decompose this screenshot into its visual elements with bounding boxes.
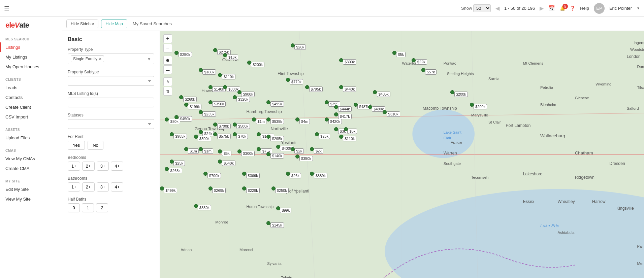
sidebar-item-contacts[interactable]: Contacts — [0, 93, 62, 102]
bath-btn-1[interactable]: 1+ — [68, 182, 80, 192]
svg-text:Sarnia: Sarnia — [488, 77, 500, 81]
svg-text:Marysville: Marysville — [471, 113, 488, 117]
property-type-label: Property Type — [68, 47, 154, 52]
statuses-label: Statuses — [68, 113, 154, 117]
mls-listing-input[interactable] — [68, 98, 154, 107]
sidebar-item-upload-files[interactable]: Upload Files — [0, 133, 62, 143]
sidebar-item-my-listings[interactable]: My Listings — [0, 52, 62, 62]
svg-text:Howell: Howell — [201, 89, 214, 93]
show-count-select[interactable]: 5025100 — [473, 4, 491, 12]
sidebar-item-my-open-houses[interactable]: My Open Houses — [0, 62, 62, 72]
property-type-dropdown-arrow[interactable]: ▼ — [147, 57, 151, 62]
statuses-select[interactable] — [68, 119, 154, 129]
sidebar-item-create-client[interactable]: Create Client — [0, 102, 62, 112]
pagination-info: 1 - 50 of 20,196 — [504, 6, 535, 11]
hide-sidebar-button[interactable]: Hide Sidebar — [66, 20, 98, 28]
sidebar: eleVate MLS SEARCH Listings My Listings … — [0, 17, 62, 278]
user-name[interactable]: Eric Pointer — [609, 6, 632, 11]
svg-text:Blenheim: Blenheim — [540, 103, 556, 107]
my-site-section-label: MY SITE — [0, 175, 62, 184]
svg-text:Essex: Essex — [523, 199, 535, 204]
svg-text:Ingersoll: Ingersoll — [634, 41, 644, 45]
svg-text:Salford: Salford — [627, 106, 639, 110]
svg-text:Tilsonburg: Tilsonburg — [637, 85, 644, 90]
content-area: Hide Sidebar Hide Map My Saved Searches … — [62, 17, 644, 278]
sidebar-item-csv-import[interactable]: CSV Import — [0, 112, 62, 122]
sidebar-item-listings[interactable]: Listings — [0, 42, 62, 52]
svg-text:Tecumseh: Tecumseh — [471, 175, 488, 179]
svg-text:Dorchester: Dorchester — [637, 65, 644, 69]
svg-text:Waterford: Waterford — [402, 61, 419, 65]
avatar[interactable]: EP — [594, 3, 605, 14]
sidebar-item-leads[interactable]: Leads — [0, 83, 62, 93]
svg-text:Adrian: Adrian — [181, 248, 192, 252]
rectangle-tool-button[interactable]: ▬ — [163, 65, 172, 74]
svg-text:Southgate: Southgate — [444, 162, 461, 166]
cmas-section-label: CMAS — [0, 145, 62, 154]
for-rent-no-btn[interactable]: No — [88, 141, 103, 150]
bed-btn-1[interactable]: 1+ — [68, 162, 80, 171]
svg-text:St Clair: St Clair — [488, 120, 501, 124]
topbar-right: Show 5025100 ◀ 1 - 50 of 20,196 ▶ 📅 🔔 5 … — [461, 3, 640, 14]
bed-btn-4[interactable]: 4+ — [111, 162, 123, 171]
svg-text:Flint Township: Flint Township — [278, 71, 304, 76]
sidebar-item-edit-my-site[interactable]: Edit My Site — [0, 184, 62, 194]
svg-text:Morenci: Morenci — [239, 248, 253, 252]
svg-text:Northville: Northville — [270, 127, 288, 131]
delete-shape-button[interactable]: 🗑 — [163, 87, 172, 96]
svg-text:Sterling Heights: Sterling Heights — [447, 72, 474, 76]
svg-text:Wheatley: Wheatley — [557, 199, 575, 204]
for-rent-group: For Rent Yes No — [68, 134, 154, 150]
mls-listing-label: MLS Listing Id(s) — [68, 91, 154, 96]
half-baths-label: Half Baths — [68, 197, 154, 202]
property-subtype-label: Property Subtype — [68, 70, 154, 74]
svg-text:Chatham: Chatham — [575, 150, 593, 155]
calendar-icon[interactable]: 📅 — [548, 5, 555, 11]
zoom-in-button[interactable]: + — [163, 34, 172, 43]
notification-bell[interactable]: 🔔 5 — [560, 6, 565, 11]
hamburger-icon[interactable]: ☰ — [4, 5, 9, 12]
sidebar-item-view-my-cmas[interactable]: View My CMAs — [0, 154, 62, 164]
half-baths-row: 0 1 2 — [68, 203, 154, 212]
svg-text:Kingsville: Kingsville — [616, 206, 634, 211]
svg-text:Monroe: Monroe — [215, 220, 228, 224]
half-bath-btn-1[interactable]: 1 — [82, 203, 94, 212]
help-label[interactable]: Help — [580, 6, 589, 11]
svg-text:Ridgetown: Ridgetown — [575, 175, 594, 180]
svg-text:Painesville: Painesville — [637, 244, 644, 248]
main-layout: eleVate MLS SEARCH Listings My Listings … — [0, 17, 644, 278]
svg-text:Mentor: Mentor — [637, 262, 644, 266]
for-rent-yes-btn[interactable]: Yes — [68, 141, 85, 150]
topbar: ☰ Show 5025100 ◀ 1 - 50 of 20,196 ▶ 📅 🔔 … — [0, 0, 644, 17]
bath-btn-3[interactable]: 3+ — [97, 182, 109, 192]
bed-btn-2[interactable]: 2+ — [82, 162, 95, 171]
svg-text:Petrolia: Petrolia — [540, 85, 553, 90]
polygon-tool-button[interactable]: ⬟ — [163, 56, 172, 65]
toolbar: Hide Sidebar Hide Map My Saved Searches — [62, 17, 644, 31]
svg-text:Macomb Township: Macomb Township — [423, 106, 457, 111]
help-icon[interactable]: ❓ — [570, 6, 575, 11]
bed-btn-3[interactable]: 3+ — [97, 162, 109, 171]
half-bath-btn-0[interactable]: 0 — [68, 203, 80, 212]
bath-btn-4[interactable]: 4+ — [111, 182, 123, 192]
user-dropdown-icon[interactable]: ▼ — [637, 6, 640, 10]
filter-title: Basic — [68, 36, 154, 42]
sidebar-item-create-cma[interactable]: Create CMA — [0, 164, 62, 173]
svg-text:Clair: Clair — [444, 136, 451, 140]
edit-shape-button[interactable]: ✎ — [163, 77, 172, 86]
saved-searches-link[interactable]: My Saved Searches — [133, 21, 172, 26]
map-area[interactable]: Owosso Flint Township Howell Hamburg Tow… — [160, 31, 644, 278]
svg-text:Lakeshore: Lakeshore — [523, 172, 543, 176]
mls-listing-group: MLS Listing Id(s) — [68, 91, 154, 107]
svg-text:Wyoming: Wyoming — [595, 82, 611, 86]
bath-btn-2[interactable]: 2+ — [82, 182, 95, 192]
property-type-select[interactable]: Single Family ✕ ▼ — [68, 54, 154, 64]
svg-text:Lake Saint: Lake Saint — [444, 130, 462, 134]
sidebar-item-view-my-site[interactable]: View My Site — [0, 194, 62, 204]
property-subtype-select[interactable] — [68, 76, 154, 86]
remove-property-type[interactable]: ✕ — [99, 57, 102, 61]
hide-map-button[interactable]: Hide Map — [101, 20, 127, 28]
zoom-out-button[interactable]: − — [163, 44, 172, 53]
svg-text:Fraser: Fraser — [450, 140, 462, 145]
half-bath-btn-2[interactable]: 2 — [96, 203, 108, 212]
